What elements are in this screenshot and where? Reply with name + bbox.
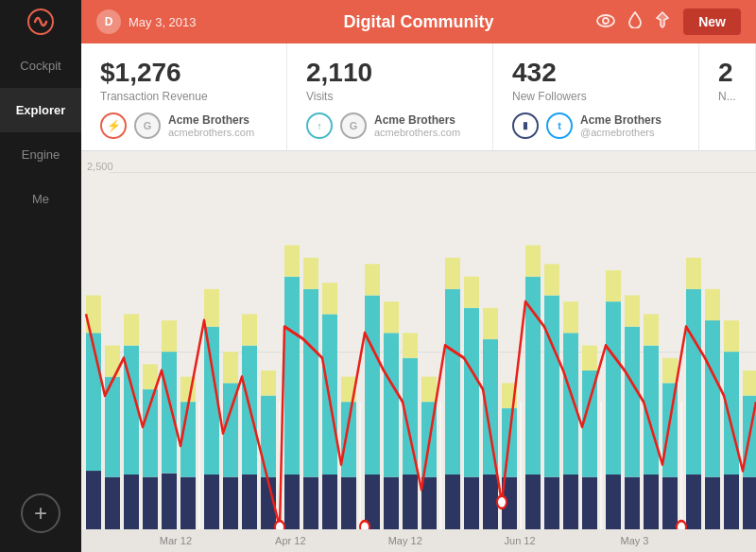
metric-label-1: Visits xyxy=(306,90,473,103)
chart-svg xyxy=(81,151,756,552)
metric-sources-0: ⚡ G Acme Brothers acmebrothers.com xyxy=(100,112,267,139)
svg-rect-29 xyxy=(242,314,257,345)
sidebar-nav: Cockpit Explorer Engine Me xyxy=(0,43,81,474)
topbar-title: Digital Community xyxy=(343,12,493,32)
svg-rect-47 xyxy=(365,264,380,295)
svg-rect-94 xyxy=(686,289,701,474)
source-text-1: Acme Brothers acmebrothers.com xyxy=(374,113,460,138)
svg-rect-91 xyxy=(662,383,678,476)
svg-rect-59 xyxy=(445,257,460,288)
svg-rect-85 xyxy=(625,326,640,476)
metric-label-3: N... xyxy=(718,90,736,103)
topbar-date: D May 3, 2013 xyxy=(96,9,197,34)
date-avatar: D xyxy=(96,9,121,34)
metric-card-1: 2,110 Visits ↑ G Acme Brothers acmebroth… xyxy=(287,43,493,150)
svg-rect-26 xyxy=(223,352,238,383)
svg-rect-61 xyxy=(464,308,479,477)
metric-label-2: New Followers xyxy=(512,90,679,103)
topbar: D May 3, 2013 Digital Community xyxy=(81,0,756,43)
svg-rect-98 xyxy=(705,289,720,320)
metric-value-0: $1,276 xyxy=(100,59,267,88)
svg-rect-89 xyxy=(644,314,659,345)
app-logo[interactable] xyxy=(0,0,81,43)
xaxis-label-2: May 12 xyxy=(388,535,422,546)
metrics-row: $1,276 Transaction Revenue ⚡ G Acme Brot… xyxy=(81,43,756,151)
metric-value-1: 2,110 xyxy=(306,59,473,88)
svg-rect-50 xyxy=(384,302,399,333)
svg-rect-58 xyxy=(445,289,460,474)
source-text-2: Acme Brothers @acmebrothers xyxy=(580,113,662,138)
sidebar-item-explorer[interactable]: Explorer xyxy=(0,88,81,132)
svg-rect-73 xyxy=(544,295,559,476)
metric-card-0: $1,276 Transaction Revenue ⚡ G Acme Brot… xyxy=(81,43,287,150)
source-text-0: Acme Brothers acmebrothers.com xyxy=(168,113,254,138)
svg-rect-37 xyxy=(303,289,318,477)
metric-sources-2: ▮ t Acme Brothers @acmebrothers xyxy=(512,112,679,139)
pin-icon[interactable] xyxy=(655,11,670,33)
svg-rect-65 xyxy=(483,308,498,339)
svg-rect-77 xyxy=(563,302,578,333)
metric-label-0: Transaction Revenue xyxy=(100,90,267,103)
svg-rect-41 xyxy=(322,283,337,314)
svg-rect-35 xyxy=(284,245,300,276)
svg-rect-43 xyxy=(341,402,356,477)
svg-point-2 xyxy=(603,18,609,24)
svg-rect-49 xyxy=(384,333,399,476)
source-icon-analytics[interactable]: ↑ xyxy=(306,112,333,139)
svg-rect-4 xyxy=(86,333,101,471)
topbar-actions: New xyxy=(596,9,741,35)
svg-point-1 xyxy=(597,15,614,26)
svg-rect-92 xyxy=(662,358,678,384)
xaxis-label-4: May 3 xyxy=(620,535,648,546)
svg-rect-82 xyxy=(606,302,621,474)
xaxis-label-3: Jun 12 xyxy=(505,535,536,546)
eye-icon[interactable] xyxy=(596,12,615,32)
metric-value-3: 2 xyxy=(718,59,736,88)
svg-rect-38 xyxy=(303,257,318,288)
svg-rect-71 xyxy=(525,245,541,276)
source-icon-google-1[interactable]: G xyxy=(340,112,367,139)
source-icon-activity[interactable]: ⚡ xyxy=(100,112,127,139)
source-name-0: Acme Brothers xyxy=(168,113,254,127)
metric-value-2: 432 xyxy=(512,59,679,88)
source-icon-bar[interactable]: ▮ xyxy=(512,112,539,139)
svg-point-114 xyxy=(497,495,507,508)
metric-sources-1: ↑ G Acme Brothers acmebrothers.com xyxy=(306,112,473,139)
source-name-1: Acme Brothers xyxy=(374,113,460,127)
chart-area: 2,500 xyxy=(81,151,756,552)
svg-rect-83 xyxy=(606,270,621,302)
svg-rect-32 xyxy=(261,371,276,396)
xaxis-label-1: Apr 12 xyxy=(275,535,305,546)
source-url-0: acmebrothers.com xyxy=(168,127,254,138)
add-button[interactable]: + xyxy=(21,493,60,533)
xaxis-label-0: Mar 12 xyxy=(160,535,192,546)
sidebar-bottom: + xyxy=(21,474,60,552)
svg-rect-80 xyxy=(582,345,597,371)
source-url-1: acmebrothers.com xyxy=(374,127,460,138)
svg-rect-95 xyxy=(686,257,701,288)
sidebar-item-cockpit[interactable]: Cockpit xyxy=(0,43,81,88)
main-content: D May 3, 2013 Digital Community xyxy=(81,0,756,552)
svg-rect-11 xyxy=(124,314,139,345)
chart-xaxis: Mar 12 Apr 12 May 12 Jun 12 May 3 xyxy=(81,529,756,552)
topbar-date-text: May 3, 2013 xyxy=(129,15,197,29)
svg-rect-100 xyxy=(724,352,739,474)
source-name-2: Acme Brothers xyxy=(580,113,662,127)
svg-rect-53 xyxy=(403,333,418,358)
source-icon-twitter[interactable]: t xyxy=(546,112,573,139)
svg-rect-56 xyxy=(421,376,437,402)
svg-rect-86 xyxy=(625,295,640,326)
source-icon-google[interactable]: G xyxy=(134,112,161,139)
svg-rect-74 xyxy=(544,264,559,295)
new-button[interactable]: New xyxy=(683,9,741,35)
source-url-2: @acmebrothers xyxy=(580,127,662,138)
sidebar-item-engine[interactable]: Engine xyxy=(0,132,81,177)
metric-card-3: 2 N... xyxy=(699,43,756,150)
svg-rect-62 xyxy=(464,276,479,307)
svg-rect-16 xyxy=(162,352,177,474)
drop-icon[interactable] xyxy=(628,11,642,33)
svg-rect-46 xyxy=(365,295,380,474)
sidebar-item-me[interactable]: Me xyxy=(0,177,81,221)
metric-card-2: 432 New Followers ▮ t Acme Brothers @acm… xyxy=(493,43,699,150)
svg-rect-17 xyxy=(162,320,177,352)
